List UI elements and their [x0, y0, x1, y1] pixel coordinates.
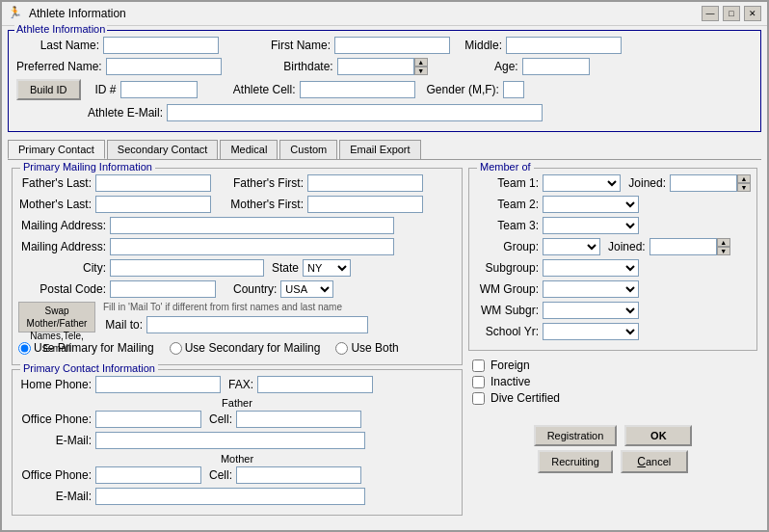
team1-joined-down[interactable]: ▼	[737, 183, 751, 192]
dive-certified-label: Dive Certified	[491, 391, 560, 405]
radio-secondary[interactable]: Use Secondary for Mailing	[170, 341, 321, 355]
last-name-input[interactable]	[103, 37, 219, 54]
group-joined-input[interactable]: MM/DD/YY	[650, 238, 717, 255]
ok-button[interactable]: OK	[624, 425, 692, 446]
group-select[interactable]	[543, 238, 600, 255]
school-yr-select[interactable]	[543, 323, 639, 340]
tab-custom[interactable]: Custom	[279, 140, 337, 159]
window-title: Athlete Information	[29, 7, 702, 20]
mother-email-row: E-Mail:	[18, 488, 456, 505]
foreign-checkbox[interactable]	[472, 359, 485, 372]
athlete-email-input[interactable]	[167, 104, 543, 121]
tab-medical[interactable]: Medical	[220, 140, 278, 159]
postal-input[interactable]	[110, 280, 216, 298]
city-label: City:	[18, 261, 110, 275]
mothers-last-label: Mother's Last:	[18, 198, 95, 211]
athlete-email-label: Athlete E-Mail:	[80, 106, 167, 120]
wm-subgr-select[interactable]	[543, 302, 639, 319]
team1-joined-input[interactable]: MM/DD/YY	[670, 174, 737, 192]
first-name-input[interactable]	[334, 37, 450, 54]
state-label: State	[272, 261, 299, 275]
team3-label: Team 3:	[475, 219, 543, 232]
state-select[interactable]: NY	[303, 259, 351, 277]
birthdate-down[interactable]: ▼	[414, 66, 428, 75]
inactive-row: Inactive	[472, 375, 754, 388]
tab-bar: Primary Contact Secondary Contact Medica…	[8, 140, 761, 160]
window-controls: — □ ✕	[702, 6, 761, 21]
registration-button[interactable]: Registration	[534, 425, 618, 446]
mother-cell-input[interactable]	[236, 466, 361, 484]
middle-input[interactable]	[506, 37, 622, 54]
gender-input[interactable]	[503, 81, 524, 98]
gender-label: Gender (M,F):	[427, 83, 499, 96]
team1-joined-up[interactable]: ▲	[737, 174, 751, 183]
father-cell-input[interactable]	[236, 411, 361, 428]
recruiting-button[interactable]: Recruiting	[538, 450, 613, 473]
middle-label: Middle:	[458, 39, 506, 52]
window-icon: 🏃	[8, 6, 23, 21]
mother-office-input[interactable]	[95, 466, 201, 484]
checkboxes-section: Foreign Inactive Dive Certified	[468, 351, 757, 415]
dive-certified-checkbox[interactable]	[472, 392, 485, 405]
home-phone-label: Home Phone:	[18, 378, 95, 391]
home-phone-input[interactable]	[95, 376, 221, 393]
subgroup-select[interactable]	[543, 259, 639, 277]
group-joined-down[interactable]: ▼	[717, 247, 730, 255]
minimize-button[interactable]: —	[702, 6, 719, 21]
mailing-group-label: Primary Mailing Information	[20, 161, 155, 173]
team3-row: Team 3:	[475, 217, 751, 234]
build-id-button[interactable]: Build ID	[16, 79, 81, 100]
father-office-row: Office Phone: Cell:	[18, 411, 456, 428]
fill-text: Fill in 'Mail To' if different from firs…	[103, 302, 456, 312]
mailing-address2-input[interactable]	[110, 238, 394, 255]
mothers-last-input[interactable]	[95, 196, 211, 213]
age-input[interactable]	[522, 58, 590, 75]
mail-to-input[interactable]	[146, 316, 368, 333]
birthdate-up[interactable]: ▲	[414, 58, 428, 66]
fathers-first-input[interactable]	[307, 174, 423, 192]
member-of-label: Member of	[477, 161, 534, 173]
mother-office-label: Office Phone:	[18, 468, 95, 482]
cancel-button[interactable]: Cancel	[621, 450, 688, 473]
team2-row: Team 2:	[475, 196, 751, 213]
id-input[interactable]	[120, 81, 198, 98]
birthdate-input[interactable]: MM/DD/YY	[337, 58, 414, 75]
mothers-first-input[interactable]	[307, 196, 423, 213]
radio-both-label: Use Both	[351, 341, 398, 355]
wm-group-select[interactable]	[543, 280, 639, 298]
member-of-group: Member of Team 1: Joined: MM/DD/YY ▲ ▼	[468, 168, 757, 351]
country-select[interactable]: USA	[280, 280, 333, 298]
fathers-last-input[interactable]	[95, 174, 211, 192]
swap-button[interactable]: Swap Mother/FatherNames,Tele, E-mail	[18, 302, 95, 332]
mother-section-label: Mother	[18, 453, 456, 465]
fax-input[interactable]	[257, 376, 373, 393]
mail-to-section: Fill in 'Mail To' if different from firs…	[103, 302, 456, 337]
tab-secondary-contact[interactable]: Secondary Contact	[107, 140, 219, 159]
city-input[interactable]	[110, 259, 264, 277]
main-window: 🏃 Athlete Information — □ ✕ Athlete Info…	[0, 0, 769, 532]
father-office-input[interactable]	[95, 411, 201, 428]
team1-select[interactable]	[543, 174, 621, 192]
mailing-address1-input[interactable]	[110, 217, 394, 234]
preferred-name-input[interactable]	[106, 58, 222, 75]
team2-select[interactable]	[543, 196, 639, 213]
athlete-cell-input[interactable]	[300, 81, 415, 98]
maximize-button[interactable]: □	[723, 6, 740, 21]
team3-select[interactable]	[543, 217, 639, 234]
city-state-row: City: State NY	[18, 259, 456, 277]
joined-label1: Joined:	[628, 176, 666, 190]
inactive-label: Inactive	[491, 375, 530, 388]
age-label: Age:	[436, 60, 522, 73]
inactive-checkbox[interactable]	[472, 376, 485, 388]
wm-subgr-label: WM Subgr:	[475, 304, 543, 317]
radio-both[interactable]: Use Both	[335, 341, 398, 355]
close-button[interactable]: ✕	[744, 6, 761, 21]
tab-email-export[interactable]: Email Export	[339, 140, 420, 159]
father-email-input[interactable]	[95, 432, 365, 449]
mother-email-input[interactable]	[95, 488, 365, 505]
group-joined-up[interactable]: ▲	[717, 238, 730, 247]
radio-primary[interactable]: Use Primary for Mailing	[18, 341, 154, 355]
tab-primary-contact[interactable]: Primary Contact	[8, 140, 105, 159]
team2-label: Team 2:	[475, 198, 543, 211]
swap-row: Swap Mother/FatherNames,Tele, E-mail Fil…	[18, 302, 456, 337]
